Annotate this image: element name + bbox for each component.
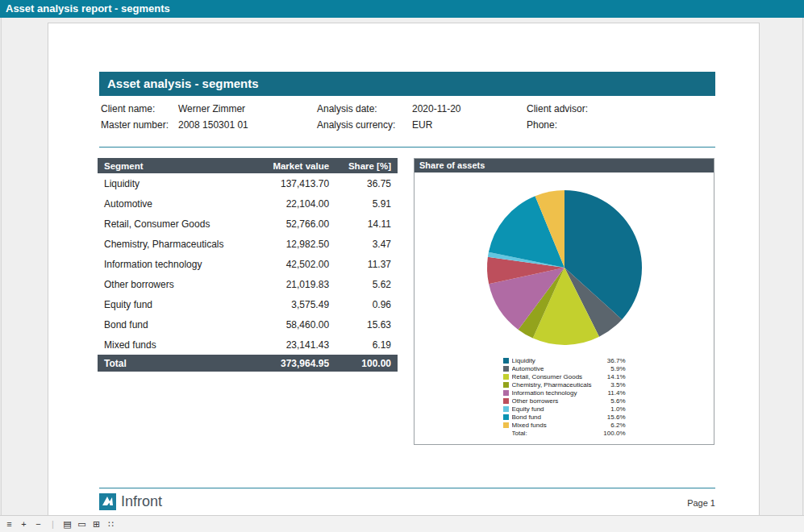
table-row: Other borrowers21,019.835.62 <box>98 274 398 294</box>
legend-value: 5.6% <box>597 397 626 405</box>
legend-row: Equity fund1.0% <box>503 405 626 413</box>
legend-label: Information technology <box>512 389 597 397</box>
legend-row: Bond fund15.6% <box>503 413 626 421</box>
legend-swatch <box>503 398 509 404</box>
header-divider-line <box>99 147 715 148</box>
legend-row: Information technology11.4% <box>503 389 626 397</box>
legend-label: Other borrowers <box>512 397 597 405</box>
grid-view-button[interactable]: ⊞ <box>90 517 102 530</box>
phone-label: Phone: <box>527 117 715 133</box>
footer-divider-line <box>99 488 715 488</box>
share-of-assets-panel-header: Share of assets <box>414 159 714 172</box>
legend-row: Liquidity36.7% <box>503 356 626 364</box>
legend-value: 11.4% <box>597 389 626 397</box>
legend-row: Other borrowers5.6% <box>503 397 626 405</box>
analysis-date-label: Analysis date: <box>317 101 412 117</box>
legend-label: Chemistry, Pharmaceuticals <box>512 381 597 389</box>
legend-swatch <box>503 414 509 420</box>
table-row: Retail, Consumer Goods52,766.0014.11 <box>98 214 398 234</box>
legend-label: Equity fund <box>512 405 597 413</box>
total-label: Total <box>98 355 256 372</box>
analysis-currency-value: EUR <box>412 117 527 133</box>
client-name-value: Werner Zimmer <box>178 101 317 117</box>
legend-label: Liquidity <box>512 357 597 364</box>
thumbnails-button[interactable]: ∷ <box>105 517 117 530</box>
client-info-row-2: Master number: 2008 150301 01 Analysis c… <box>101 117 715 133</box>
legend-value: 14.1% <box>597 373 626 380</box>
report-page: Asset analysis - segments Client name: W… <box>48 23 760 516</box>
zoom-out-button[interactable]: − <box>32 517 44 530</box>
pie-legend: Liquidity36.7%Automotive5.9%Retail, Cons… <box>503 356 626 437</box>
single-page-button[interactable]: ▭ <box>76 517 88 530</box>
analysis-date-value: 2020-11-20 <box>412 101 527 117</box>
table-row: Mixed funds23,141.436.19 <box>98 335 398 355</box>
share-of-assets-panel-body: Liquidity36.7%Automotive5.9%Retail, Cons… <box>414 187 714 458</box>
client-info-row-1: Client name: Werner Zimmer Analysis date… <box>101 101 715 117</box>
document-viewport[interactable]: Asset analysis - segments Client name: W… <box>1 18 803 516</box>
window-title: Asset analysis report - segments <box>6 2 170 15</box>
legend-label: Retail, Consumer Goods <box>512 373 597 380</box>
toolbar-divider: | <box>47 517 59 530</box>
legend-swatch <box>503 382 509 388</box>
legend-swatch <box>503 366 509 372</box>
report-title-banner: Asset analysis - segments <box>99 72 715 96</box>
share-of-assets-panel: Share of assets Liquidity36.7%Automotive… <box>414 158 714 445</box>
legend-swatch <box>503 422 509 428</box>
window-titlebar: Asset analysis report - segments <box>0 0 804 18</box>
legend-row: Chemistry, Pharmaceuticals3.5% <box>503 380 626 389</box>
column-header-share: Share [%] <box>335 158 398 173</box>
legend-label: Bond fund <box>512 414 597 421</box>
total-share: 100.00 <box>335 355 398 372</box>
table-row: Automotive22,104.005.91 <box>98 193 398 214</box>
legend-value: 1.0% <box>597 405 626 413</box>
client-name-label: Client name: <box>101 101 178 117</box>
page-layout-button[interactable]: ▤ <box>61 517 73 530</box>
legend-row: Mixed funds6.2% <box>503 421 626 429</box>
page-number: Page 1 <box>99 498 715 508</box>
pie-chart <box>484 187 645 348</box>
segment-table-header-row: Segment Market value Share [%] <box>98 158 398 173</box>
table-row: Equity fund3,575.490.96 <box>98 294 398 314</box>
legend-label: Mixed funds <box>512 422 597 429</box>
legend-swatch <box>503 358 509 364</box>
total-market-value: 373,964.95 <box>256 355 335 372</box>
legend-swatch <box>503 390 509 396</box>
table-row: Liquidity137,413.7036.75 <box>98 173 398 193</box>
master-number-label: Master number: <box>101 117 178 133</box>
legend-row: Retail, Consumer Goods14.1% <box>503 372 626 380</box>
analysis-currency-label: Analysis currency: <box>317 117 412 133</box>
segment-table-body: Liquidity137,413.7036.75Automotive22,104… <box>98 173 398 355</box>
legend-value: 15.6% <box>597 414 626 421</box>
legend-label: Automotive <box>512 365 597 372</box>
legend-row: Automotive5.9% <box>503 364 626 372</box>
legend-value: 6.2% <box>597 422 626 429</box>
legend-value: 100.0% <box>597 430 626 437</box>
segment-table: Segment Market value Share [%] Liquidity… <box>98 158 398 372</box>
bottom-toolbar: ≡+−|▤▭⊞∷ <box>0 515 804 532</box>
legend-swatch <box>503 406 509 412</box>
table-row: Information technology42,502.0011.37 <box>98 254 398 274</box>
master-number-value: 2008 150301 01 <box>178 117 317 133</box>
legend-swatch <box>503 374 509 380</box>
client-info-block: Client name: Werner Zimmer Analysis date… <box>101 101 715 133</box>
segment-table-total-row: Total 373,964.95 100.00 <box>98 355 398 372</box>
legend-value: 36.7% <box>597 357 626 364</box>
column-header-segment: Segment <box>98 158 256 173</box>
report-title: Asset analysis - segments <box>107 77 259 90</box>
table-row: Chemistry, Pharmaceuticals12,982.503.47 <box>98 234 398 254</box>
zoom-in-button[interactable]: + <box>18 517 30 530</box>
client-advisor-label: Client advisor: <box>527 101 715 117</box>
legend-value: 3.5% <box>597 381 626 389</box>
menu-button[interactable]: ≡ <box>3 517 15 530</box>
legend-row: Total:100.0% <box>503 429 626 437</box>
legend-value: 5.9% <box>597 365 626 372</box>
column-header-market-value: Market value <box>256 158 335 173</box>
table-row: Bond fund58,460.0015.63 <box>98 314 398 335</box>
legend-label: Total: <box>512 430 597 437</box>
